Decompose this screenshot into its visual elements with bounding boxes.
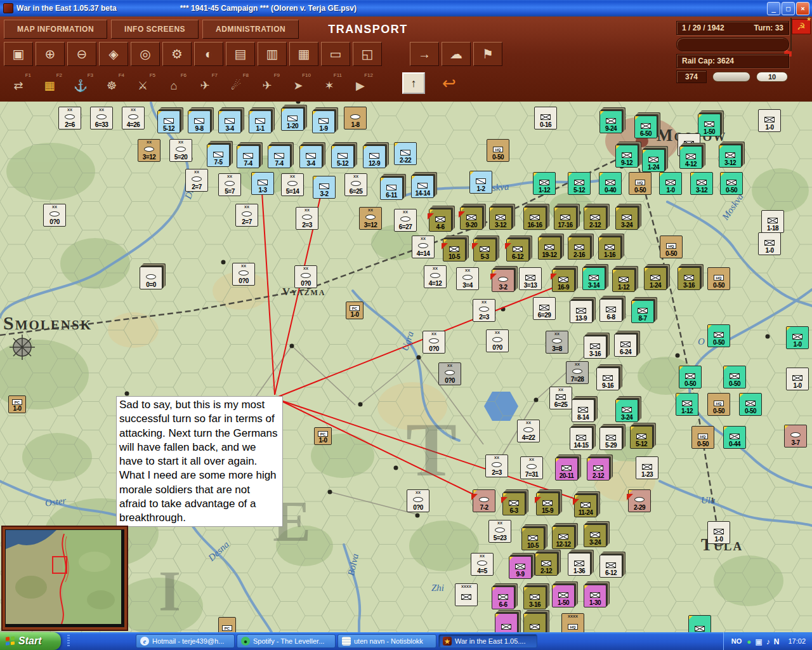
unit-counter[interactable]: XX2=6 (58, 107, 81, 129)
unit-counter[interactable]: 3-2 (492, 269, 514, 292)
unit-counter[interactable]: XXXX (455, 583, 478, 606)
fkey-bomb-airfield[interactable]: ☄F8 (221, 71, 251, 95)
unit-counter[interactable]: 3-24 (615, 399, 638, 422)
fkey-air-transport[interactable]: ➤F10 (284, 71, 313, 95)
unit-counter[interactable]: 2-16 (568, 237, 591, 260)
unit-counter[interactable]: 2-22 (394, 142, 417, 165)
undo-button[interactable]: ↩ (435, 71, 464, 95)
unit-counter[interactable]: XX0?0 (407, 489, 429, 512)
unit-counter[interactable]: 6-11 (380, 177, 403, 200)
unit-counter[interactable]: 8-14 (572, 399, 594, 422)
unit-counter[interactable]: 5-29 (599, 427, 622, 450)
unit-counter[interactable] (523, 613, 546, 632)
unit-counter[interactable]: 1-23 (636, 456, 658, 479)
unit-counter[interactable]: 2-12 (587, 458, 610, 481)
unit-counter[interactable]: 16-9 (552, 269, 575, 292)
unit-counter[interactable]: 6-12 (599, 555, 622, 578)
hex-info-button[interactable]: ◈ (99, 42, 128, 66)
unit-counter[interactable]: 8-7 (631, 300, 654, 323)
fkey-air-recon[interactable]: ✈F9 (252, 71, 282, 95)
unit-counter[interactable]: HQ0-50 (660, 235, 683, 258)
unit-counter[interactable]: 3-24 (584, 524, 606, 547)
unit-counter[interactable]: XX2=3 (473, 299, 495, 322)
unit-counter[interactable]: 3-24 (615, 207, 638, 230)
unit-counter[interactable]: XX0?0 (43, 204, 66, 227)
toggle-counters-button[interactable]: ◐ (194, 42, 223, 66)
unit-counter[interactable]: XX3=12 (359, 207, 382, 230)
unit-counter[interactable]: HQ0-50 (707, 393, 730, 416)
unit-counter[interactable]: 1-24 (644, 267, 667, 290)
unit-counter[interactable]: 7-5 (207, 144, 230, 167)
unit-counter[interactable]: 14-15 (570, 427, 593, 450)
unit-counter[interactable]: PC (218, 617, 236, 632)
unit-counter[interactable]: 9-8 (188, 110, 211, 133)
unit-counter[interactable]: 1-12 (676, 393, 698, 416)
unit-counter[interactable]: 3=13 (519, 267, 542, 290)
unit-counter[interactable]: HQ0-50 (707, 267, 730, 290)
zoom-in-button[interactable]: ⊕ (36, 42, 65, 66)
select-region-button[interactable]: ▭ (321, 42, 350, 66)
tab-map-information[interactable]: MAP INFORMATION (4, 20, 107, 39)
unit-counter[interactable]: 12-9 (363, 145, 386, 168)
unit-counter[interactable]: XX4=12 (424, 265, 447, 288)
unit-counter[interactable]: XXXXHQ (561, 613, 584, 632)
unit-counter[interactable]: 9-24 (599, 110, 622, 133)
unit-counter[interactable]: 6-24 (614, 334, 637, 357)
unit-counter[interactable]: 10-5 (521, 527, 544, 550)
unit-counter[interactable]: 0-44 (723, 426, 746, 449)
unit-counter[interactable]: 19-12 (538, 237, 561, 260)
unit-counter[interactable]: XX2=7 (185, 169, 208, 192)
unit-counter[interactable]: XX0?0 (294, 265, 317, 288)
unit-counter[interactable]: XX2=3 (485, 454, 508, 477)
fkey-air-superiority[interactable]: ⚔F5 (128, 71, 157, 95)
unit-counter[interactable]: 7-2 (473, 489, 495, 512)
fkey-rail-transport[interactable]: ▦F2 (35, 71, 64, 95)
unit-counter[interactable]: 3-14 (582, 267, 605, 290)
unit-counter[interactable]: 5-3 (473, 239, 496, 262)
clock[interactable]: 17:02 (788, 637, 806, 645)
unit-counter[interactable]: 3-12 (489, 207, 512, 230)
unit-counter[interactable]: 10-5 (443, 239, 466, 262)
unit-counter[interactable]: XX5=14 (281, 173, 304, 196)
unit-counter[interactable]: 5-12 (630, 426, 653, 449)
unit-counter[interactable]: 1-1 (249, 110, 272, 133)
fkey-ground-attack[interactable]: ✈F7 (190, 71, 219, 95)
unit-counter[interactable]: 3-12 (690, 172, 713, 195)
move-mode-button[interactable]: → (410, 42, 439, 66)
unit-counter[interactable]: PC1-0 (8, 395, 26, 413)
unit-counter[interactable]: XX6=33 (90, 107, 113, 129)
unit-counter[interactable]: HQ0-50 (629, 172, 652, 195)
unit-counter[interactable]: 1-36 (568, 553, 591, 576)
unit-counter[interactable]: XX4=26 (122, 107, 145, 129)
task-button-wite[interactable]: ★War in the East 1.05.... (438, 634, 537, 648)
window-mode-button[interactable]: ▣ (4, 42, 33, 66)
unit-counter[interactable]: 16-16 (523, 207, 546, 230)
unit-counter[interactable]: XX0?0 (422, 331, 445, 354)
hud-counter-pill[interactable]: 10 (756, 72, 788, 82)
unit-counter[interactable]: 3-4 (299, 145, 322, 168)
unit-counter[interactable]: 0-50 (720, 172, 743, 195)
map-area[interactable]: SmolenskVyazmaMoscowTulaDnskvaMoskvaUgra… (0, 102, 812, 632)
unit-counter[interactable]: HQ0-50 (487, 139, 509, 162)
unit-counter[interactable]: 1-0 (758, 109, 781, 132)
find-hex-button[interactable]: ◱ (353, 42, 382, 66)
unit-counter[interactable]: 11-24 (574, 494, 597, 517)
fkey-amphibious[interactable]: ☸F4 (97, 71, 126, 95)
unit-counter[interactable]: 17-16 (554, 207, 577, 230)
unit-counter[interactable]: 14-14 (411, 175, 434, 198)
hud-indicator-pill[interactable] (712, 72, 750, 82)
unit-counter[interactable]: HQ0-50 (691, 426, 714, 449)
unit-counter[interactable]: XX4=5 (471, 553, 494, 576)
unit-counter[interactable]: 4-12 (679, 146, 702, 169)
unit-counter[interactable]: XX2=3 (296, 207, 318, 230)
unit-counter[interactable]: 3-16 (584, 336, 606, 359)
spotify-tray-icon[interactable]: ● (747, 637, 751, 646)
factory-button[interactable]: ▦ (289, 42, 318, 66)
unit-counter[interactable]: XX6=25 (344, 173, 367, 196)
unit-counter[interactable]: XX3=4 (456, 267, 479, 290)
unit-counter[interactable]: 1-0 (707, 521, 730, 544)
fkey-movement[interactable]: ⇄F1 (4, 71, 33, 95)
unit-counter[interactable]: XX3=8 (546, 331, 568, 354)
unit-counter[interactable]: 6-3 (502, 493, 525, 515)
unit-counter[interactable]: XX4=14 (412, 235, 435, 258)
